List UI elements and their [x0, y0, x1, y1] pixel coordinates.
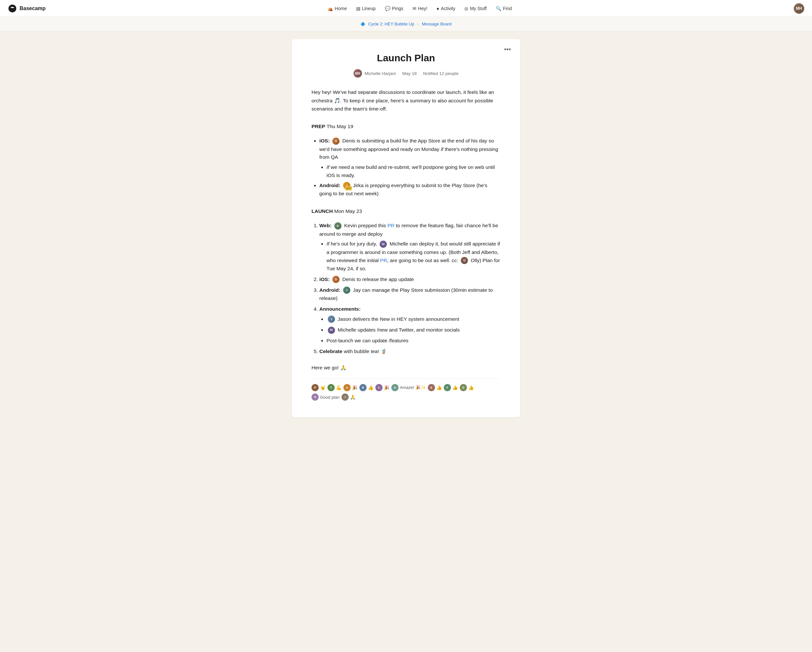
author-avatar: MH: [354, 69, 362, 78]
denis-avatar-2: D: [332, 276, 340, 283]
olly-avatar: O: [461, 257, 468, 264]
nav-mystuff[interactable]: ◎ My Stuff: [460, 4, 490, 13]
reaction-avatar-8: F: [444, 384, 451, 391]
denis-avatar-wrapper: D: [332, 137, 340, 145]
post-meta: MH Michelle Harjani · May 18 · Notified …: [311, 69, 501, 78]
reaction-avatar-4: B: [359, 384, 366, 391]
reaction-avatar-1: P: [311, 384, 319, 391]
announcements-list: J Jason delivers the New in HEY system a…: [319, 315, 501, 345]
jirka-out-badge: OUT: [345, 186, 352, 190]
prep-ios-item: iOS: D Denis is submitting a build for t…: [319, 137, 501, 179]
michelle-avatar-wrapper: M: [379, 240, 388, 248]
launch-celebrate-item: Celebrate with bubble tea! 🧋: [319, 347, 501, 356]
user-avatar[interactable]: MH: [794, 3, 804, 14]
reaction-11[interactable]: I 🙏: [342, 393, 356, 401]
michelle-avatar-2: M: [328, 327, 335, 334]
mystuff-icon: ◎: [464, 6, 468, 11]
post-title: Launch Plan: [311, 52, 501, 64]
launch-list: Web: K Kevin prepped this PR to remove t…: [311, 222, 501, 356]
breadcrumb-separator: ›: [417, 21, 419, 26]
hey-icon: ✉: [412, 6, 417, 11]
post-body: Hey hey! We've had separate discussions …: [311, 88, 501, 401]
meta-dot-2: ·: [419, 71, 421, 76]
reaction-avatar-2: T: [327, 384, 335, 391]
initial-pr-link[interactable]: PR: [380, 257, 388, 263]
prep-header: PREP Thu May 19: [311, 122, 501, 131]
jason-avatar-wrapper: J: [327, 315, 336, 323]
reaction-2[interactable]: T 💪: [327, 384, 342, 392]
kevin-avatar: K: [334, 222, 342, 230]
prep-ios-sub-item: If we need a new build and re-submit, we…: [327, 163, 501, 180]
author-name: Michelle Harjani: [365, 71, 396, 76]
nav-links: ⛺ Home ▤ Lineup 💬 Pings ✉ Hey! ● Activit…: [324, 4, 516, 13]
nav-find[interactable]: 🔍 Find: [492, 4, 516, 13]
find-icon: 🔍: [496, 6, 501, 11]
announce-1: J Jason delivers the New in HEY system a…: [327, 315, 501, 323]
jirka-avatar-wrapper: J OUT: [342, 182, 351, 190]
reaction-5[interactable]: C 🎉: [375, 384, 389, 392]
logo[interactable]: Basecamp: [8, 4, 46, 13]
kevin-avatar-wrapper: K: [334, 222, 342, 230]
breadcrumb: 🔷 Cycle 2: HEY Bubble Up › Message Board: [0, 17, 812, 31]
logo-text: Basecamp: [20, 6, 46, 11]
jay-avatar-wrapper: J: [342, 286, 351, 294]
web-sub-item: If he's out for jury duty, M Michelle ca…: [327, 240, 501, 272]
lineup-icon: ▤: [356, 6, 360, 11]
activity-icon: ●: [437, 6, 439, 11]
breadcrumb-section[interactable]: Message Board: [422, 21, 452, 26]
denis-avatar: D: [332, 138, 340, 145]
reaction-avatar-5: C: [375, 384, 383, 391]
top-navigation: Basecamp ⛺ Home ▤ Lineup 💬 Pings ✉ Hey! …: [0, 0, 812, 17]
prep-android-item: Android: J OUT Jirka is prepping everyth…: [319, 182, 501, 198]
post-container: ••• Launch Plan MH Michelle Harjani · Ma…: [292, 39, 520, 417]
prep-ios-sub: If we need a new build and re-submit, we…: [319, 163, 501, 180]
reaction-3[interactable]: A 🎉: [343, 384, 357, 392]
web-sub-list: If he's out for jury duty, M Michelle ca…: [319, 240, 501, 272]
michelle-avatar-wrapper-2: M: [327, 326, 336, 334]
nav-lineup[interactable]: ▤ Lineup: [352, 4, 380, 13]
reaction-1[interactable]: P 🤘: [311, 384, 325, 392]
reaction-4[interactable]: B 👍: [359, 384, 373, 392]
reaction-9[interactable]: G 👍: [460, 384, 474, 392]
more-options-button[interactable]: •••: [501, 44, 514, 54]
breadcrumb-project[interactable]: Cycle 2: HEY Bubble Up: [368, 21, 414, 26]
reaction-avatar-10: H: [311, 393, 319, 401]
launch-header: LAUNCH Mon May 23: [311, 207, 501, 216]
nav-hey[interactable]: ✉ Hey!: [409, 4, 431, 13]
nav-activity[interactable]: ● Activity: [433, 4, 459, 13]
here-we-go: Here we go! 🙏: [311, 363, 501, 372]
announce-2: M Michelle updates /new and Twitter, and…: [327, 326, 501, 334]
reaction-avatar-6: D: [391, 384, 398, 391]
denis-avatar-wrapper-2: D: [332, 275, 340, 284]
reaction-avatar-11: I: [342, 393, 349, 401]
intro-paragraph: Hey hey! We've had separate discussions …: [311, 88, 501, 113]
launch-web-item: Web: K Kevin prepped this PR to remove t…: [319, 222, 501, 272]
launch-ios-item: iOS: D Denis to release the app update: [319, 275, 501, 284]
home-icon: ⛺: [327, 6, 333, 11]
web-pr-link[interactable]: PR: [388, 223, 395, 228]
pings-icon: 💬: [385, 6, 390, 11]
jay-avatar: J: [343, 286, 350, 294]
launch-announcements-item: Announcements: J Jason delivers the New …: [319, 305, 501, 345]
post-date: May 18: [402, 71, 417, 76]
olly-avatar-wrapper: O: [460, 257, 469, 265]
reaction-avatar-9: G: [460, 384, 467, 391]
reaction-6[interactable]: D Amaze! 🎉✨: [391, 384, 426, 391]
reaction-avatar-7: E: [428, 384, 435, 391]
project-icon: 🔷: [360, 22, 365, 26]
reaction-10[interactable]: H Good plan: [311, 393, 340, 401]
reaction-7[interactable]: E 👍: [428, 384, 442, 392]
notified-count: Notified 12 people: [423, 71, 459, 76]
reactions-bar: P 🤘 T 💪 A 🎉 B 👍 C 🎉: [311, 378, 501, 401]
reaction-8[interactable]: F 👍: [444, 384, 458, 392]
michelle-avatar-inline: M: [380, 240, 387, 248]
main-content: ••• Launch Plan MH Michelle Harjani · Ma…: [279, 39, 533, 417]
reaction-avatar-3: A: [343, 384, 351, 391]
nav-home[interactable]: ⛺ Home: [324, 4, 351, 13]
nav-pings[interactable]: 💬 Pings: [381, 4, 407, 13]
meta-dot-1: ·: [398, 71, 400, 76]
prep-list: iOS: D Denis is submitting a build for t…: [311, 137, 501, 198]
jason-avatar: J: [328, 315, 335, 323]
announce-3: Post-launch we can update /features: [327, 337, 501, 345]
launch-android-item: Android: J Jay can manage the Play Store…: [319, 286, 501, 303]
